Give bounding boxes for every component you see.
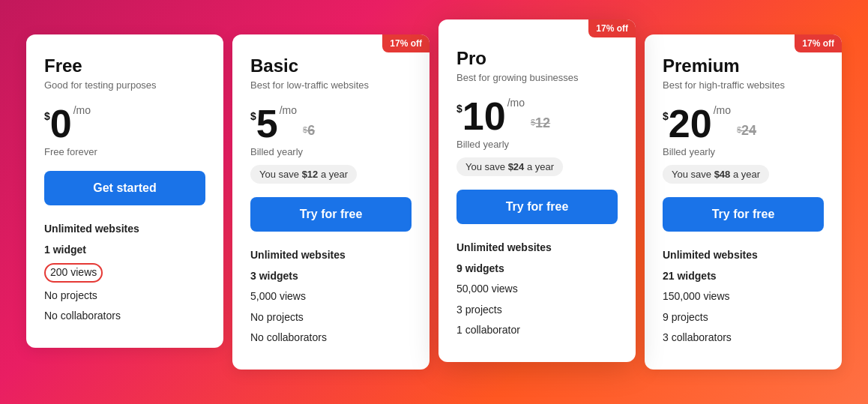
feature-item-pro-4: 1 collaborator <box>456 323 618 338</box>
orig-number-premium: 24 <box>741 123 756 139</box>
billing-note-basic: Billed yearly <box>250 146 412 157</box>
feature-item-basic-2: 5,000 views <box>250 289 412 304</box>
price-original-basic: $ 6 <box>303 123 315 139</box>
currency-pro: $ <box>456 103 462 115</box>
pricing-container: FreeGood for testing purposes $ 0 /mo Fr… <box>22 34 846 370</box>
feature-item-pro-2: 50,000 views <box>456 282 618 297</box>
plan-description-pro: Best for growing businesses <box>456 72 618 83</box>
price-row-basic: $ 5 /mo $ 6 <box>250 104 412 143</box>
plan-card-free: FreeGood for testing purposes $ 0 /mo Fr… <box>26 34 223 348</box>
cta-button-premium[interactable]: Try for free <box>663 197 824 232</box>
price-main-premium: $ 20 /mo <box>663 104 731 143</box>
feature-item-premium-2: 150,000 views <box>663 289 824 304</box>
savings-badge-basic: You save $12 a year <box>250 165 357 184</box>
billing-note-premium: Billed yearly <box>663 146 824 157</box>
plan-description-premium: Best for high-traffic websites <box>663 79 824 91</box>
feature-item-pro-3: 3 projects <box>456 303 618 318</box>
plan-name-basic: Basic <box>250 55 412 76</box>
plan-card-premium: 17% offPremiumBest for high-traffic webs… <box>645 34 842 370</box>
savings-badge-premium: You save $48 a year <box>663 165 769 184</box>
feature-item-free-3: No projects <box>44 289 205 304</box>
price-row-free: $ 0 /mo <box>44 104 205 143</box>
price-original-premium: $ 24 <box>737 123 756 139</box>
feature-item-free-0: Unlimited websites <box>44 222 205 237</box>
currency-premium: $ <box>663 110 669 122</box>
orig-number-basic: 6 <box>307 123 315 139</box>
feature-item-premium-1: 21 widgets <box>663 269 824 284</box>
price-row-pro: $ 10 /mo $ 12 <box>456 97 618 136</box>
currency-basic: $ <box>250 110 256 122</box>
discount-badge-pro: 17% off <box>588 19 636 37</box>
price-period-free: /mo <box>73 104 91 116</box>
cta-button-pro[interactable]: Try for free <box>456 190 618 224</box>
price-row-premium: $ 20 /mo $ 24 <box>663 104 824 143</box>
price-number-basic: 5 <box>256 104 278 143</box>
plan-name-free: Free <box>44 55 205 76</box>
features-list-basic: Unlimited websites3 widgets5,000 viewsNo… <box>250 248 412 346</box>
price-main-pro: $ 10 /mo <box>456 97 525 136</box>
feature-item-free-1: 1 widget <box>44 243 205 258</box>
feature-item-premium-0: Unlimited websites <box>663 248 824 263</box>
price-number-pro: 10 <box>462 97 506 136</box>
feature-item-premium-4: 3 collaborators <box>663 331 824 346</box>
price-period-basic: /mo <box>280 104 297 116</box>
price-main-basic: $ 5 /mo <box>250 104 297 143</box>
feature-item-basic-3: No projects <box>250 310 412 325</box>
feature-item-premium-3: 9 projects <box>663 310 824 325</box>
feature-item-basic-4: No collaborators <box>250 331 412 346</box>
savings-badge-pro: You save $24 a year <box>456 157 563 176</box>
plan-name-pro: Pro <box>456 48 618 69</box>
discount-badge-basic: 17% off <box>382 34 430 52</box>
billing-note-free: Free forever <box>44 146 205 157</box>
price-number-free: 0 <box>50 104 72 143</box>
circled-feature-free-2: 200 views <box>44 263 103 283</box>
plan-name-premium: Premium <box>663 55 824 76</box>
plan-description-basic: Best for low-traffic websites <box>250 79 412 91</box>
features-list-premium: Unlimited websites21 widgets150,000 view… <box>663 248 824 346</box>
feature-item-pro-0: Unlimited websites <box>456 241 618 256</box>
orig-number-pro: 12 <box>535 115 550 131</box>
feature-item-free-4: No collaborators <box>44 309 205 324</box>
feature-item-basic-0: Unlimited websites <box>250 248 412 263</box>
price-original-pro: $ 12 <box>531 115 550 131</box>
currency-free: $ <box>44 110 50 122</box>
plan-card-pro: 17% offProBest for growing businesses $ … <box>438 19 636 362</box>
cta-button-basic[interactable]: Try for free <box>250 197 412 232</box>
feature-item-free-2: 200 views <box>44 263 205 283</box>
price-period-premium: /mo <box>714 104 731 116</box>
feature-item-pro-1: 9 widgets <box>456 262 618 277</box>
price-period-pro: /mo <box>507 97 525 109</box>
discount-badge-premium: 17% off <box>795 34 842 52</box>
features-list-pro: Unlimited websites9 widgets50,000 views3… <box>456 241 618 338</box>
price-number-premium: 20 <box>669 104 712 143</box>
plan-description-free: Good for testing purposes <box>44 79 205 91</box>
feature-item-basic-1: 3 widgets <box>250 269 412 284</box>
cta-button-free[interactable]: Get started <box>44 171 205 205</box>
plan-card-basic: 17% offBasicBest for low-traffic website… <box>232 34 430 370</box>
billing-note-pro: Billed yearly <box>456 139 618 150</box>
features-list-free: Unlimited websites1 widget200 viewsNo pr… <box>44 222 205 324</box>
price-main-free: $ 0 /mo <box>44 104 91 143</box>
